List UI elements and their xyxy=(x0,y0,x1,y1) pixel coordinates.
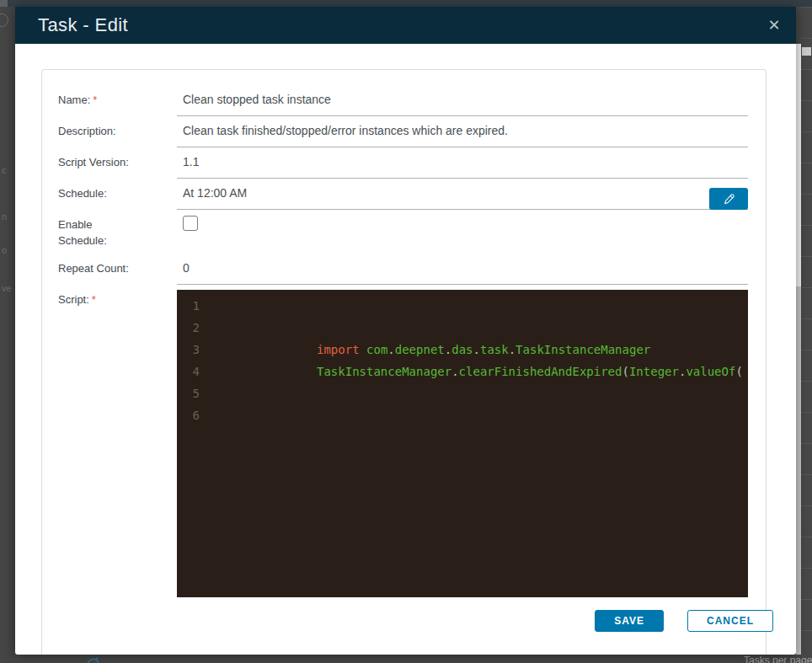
form-row-schedule: Schedule: At 12:00 AM xyxy=(58,184,748,210)
refresh-icon xyxy=(84,655,101,663)
script-code-editor[interactable]: 123456 import com.deepnet.das.task.TaskI… xyxy=(177,290,748,597)
background-table-rows xyxy=(801,7,812,663)
description-input[interactable]: Clean task finished/stopped/error instan… xyxy=(177,121,748,147)
form-row-enable-schedule: Enable Schedule: xyxy=(58,215,748,249)
form-row-description: Description: Clean task finished/stopped… xyxy=(58,121,748,147)
background-left-fragments: cnove xyxy=(0,7,15,663)
page-scrollbar[interactable] xyxy=(796,44,801,655)
enable-schedule-label: Enable Schedule: xyxy=(58,215,177,249)
cancel-button[interactable]: CANCEL xyxy=(687,610,773,632)
form-card: Name:* Clean stopped task instance Descr… xyxy=(41,69,767,655)
background-top-bar xyxy=(0,0,812,7)
form-row-name: Name:* Clean stopped task instance xyxy=(58,90,748,116)
screen: cnove Tasks per page Task - Edit ✕ Name:… xyxy=(0,0,812,663)
schedule-label: Schedule: xyxy=(58,184,177,210)
repeat-count-input[interactable]: 0 xyxy=(177,259,748,285)
schedule-input[interactable]: At 12:00 AM xyxy=(177,184,748,210)
name-label: Name:* xyxy=(58,90,177,116)
modal-header: Task - Edit ✕ xyxy=(15,7,796,44)
script-label: Script:* xyxy=(58,290,177,597)
save-button[interactable]: SAVE xyxy=(595,610,664,632)
tasks-per-page-label: Tasks per page xyxy=(744,655,812,663)
repeat-count-label: Repeat Count: xyxy=(58,259,177,285)
schedule-edit-button[interactable] xyxy=(709,188,748,210)
script-version-input[interactable]: 1.1 xyxy=(177,152,748,179)
script-version-label: Script Version: xyxy=(58,152,177,179)
enable-schedule-control xyxy=(177,215,748,249)
background-top-corner xyxy=(0,0,8,7)
modal-title: Task - Edit xyxy=(38,14,128,36)
task-edit-modal: Task - Edit ✕ Name:* Clean stopped task … xyxy=(15,7,796,655)
scrollbar-thumb[interactable] xyxy=(796,44,801,286)
form-row-script-version: Script Version: 1.1 xyxy=(58,152,748,179)
close-button[interactable]: ✕ xyxy=(763,14,785,36)
description-label: Description: xyxy=(58,121,177,147)
script-control: 123456 import com.deepnet.das.task.TaskI… xyxy=(177,290,748,597)
modal-footer: SAVE CANCEL xyxy=(595,610,773,632)
name-input[interactable]: Clean stopped task instance xyxy=(177,90,748,116)
editor-line-numbers: 123456 xyxy=(177,290,211,597)
enable-schedule-checkbox[interactable] xyxy=(183,216,198,231)
required-marker: * xyxy=(93,94,97,106)
background-light-patch xyxy=(802,47,811,56)
close-icon: ✕ xyxy=(767,17,780,34)
required-marker: * xyxy=(92,293,96,306)
pencil-icon xyxy=(723,193,735,206)
form-row-script: Script:* 123456 import com.deepnet.das.t… xyxy=(58,290,748,597)
form-row-repeat-count: Repeat Count: 0 xyxy=(58,259,748,285)
editor-code-area[interactable]: import com.deepnet.das.task.TaskInstance… xyxy=(211,290,748,597)
